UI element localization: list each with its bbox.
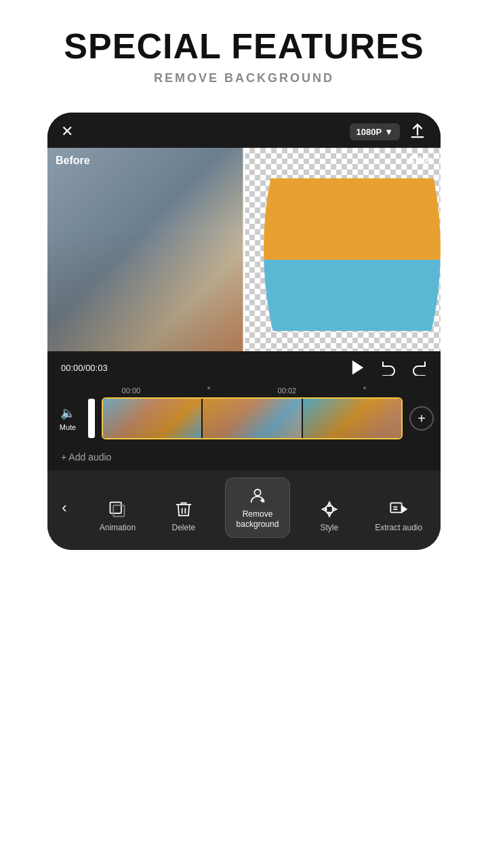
page-title: SPECIAL FEATURES [14,27,474,66]
style-icon [320,500,339,519]
controls-bar: 00:00/00:03 [47,351,441,384]
marker-1 [207,387,210,395]
page-subtitle: REMOVE BACKGROUND [14,71,474,85]
remove-bg-label: Removebackground [237,509,279,529]
redo-button[interactable] [411,359,427,376]
back-button[interactable]: ‹ [47,477,81,538]
video-preview: Before After [47,148,441,351]
person-cutout [244,148,441,351]
timeline-bar: 00:00 00:02 🔈 Mute + [47,384,441,446]
svg-marker-0 [352,361,363,375]
clip-thumbnail-3 [303,399,401,438]
toolbar-item-delete[interactable]: Delete [165,494,203,538]
bottom-toolbar: ‹ Animation [47,471,441,550]
resolution-badge[interactable]: 1080P ▼ [350,123,400,140]
toolbar-item-remove-bg[interactable]: Removebackground [225,477,291,538]
timeline-scroll: 🔈 Mute + [47,397,441,446]
remove-bg-icon [248,486,267,505]
export-icon[interactable] [408,122,427,141]
close-button[interactable]: ✕ [61,123,73,140]
add-audio-bar[interactable]: + Add audio [47,446,441,471]
clip-handle-left[interactable] [88,399,95,438]
before-label: Before [56,155,90,167]
clip-thumbnail-1 [103,399,201,438]
after-preview: After [244,148,441,351]
timeline-clips[interactable] [102,397,403,439]
timeline-markers: 00:00 00:02 [47,387,441,397]
svg-point-3 [254,490,260,496]
add-audio-label: + Add audio [61,452,111,462]
top-bar-right: 1080P ▼ [350,122,427,141]
undo-button[interactable] [381,359,397,376]
svg-marker-9 [402,506,407,512]
playback-controls [348,358,427,377]
svg-rect-8 [391,502,402,512]
marker-2: 00:02 [278,387,297,395]
style-label: Style [320,523,338,532]
after-label: After [407,155,432,167]
preview-divider [243,148,245,351]
phone-mockup: ✕ 1080P ▼ Before [0,113,488,550]
top-bar: ✕ 1080P ▼ [47,113,441,148]
toolbar-item-extract-audio[interactable]: Extract audio [368,494,429,538]
extract-audio-icon [389,500,408,519]
header-section: SPECIAL FEATURES REMOVE BACKGROUND [0,0,488,99]
delete-icon [174,500,193,519]
mute-label: Mute [60,423,76,431]
toolbar-items: Animation Delete [81,477,441,538]
add-clip-button[interactable]: + [409,406,434,431]
mute-icon: 🔈 [60,406,75,420]
svg-rect-7 [326,506,332,512]
marker-0: 00:00 [122,387,141,395]
play-button[interactable] [348,358,367,377]
before-preview: Before [47,148,244,351]
delete-label: Delete [172,523,196,532]
svg-rect-2 [114,505,125,516]
mute-button[interactable]: 🔈 Mute [54,406,81,431]
time-display: 00:00/00:03 [61,363,108,373]
extract-audio-label: Extract audio [375,523,422,532]
animation-icon [108,500,127,519]
animation-label: Animation [100,523,136,532]
toolbar-item-animation[interactable]: Animation [93,494,142,538]
phone-screen: ✕ 1080P ▼ Before [47,113,441,550]
svg-rect-1 [110,502,121,513]
toolbar-item-style[interactable]: Style [313,494,346,538]
clip-thumbnail-2 [203,399,301,438]
marker-3 [363,387,366,395]
